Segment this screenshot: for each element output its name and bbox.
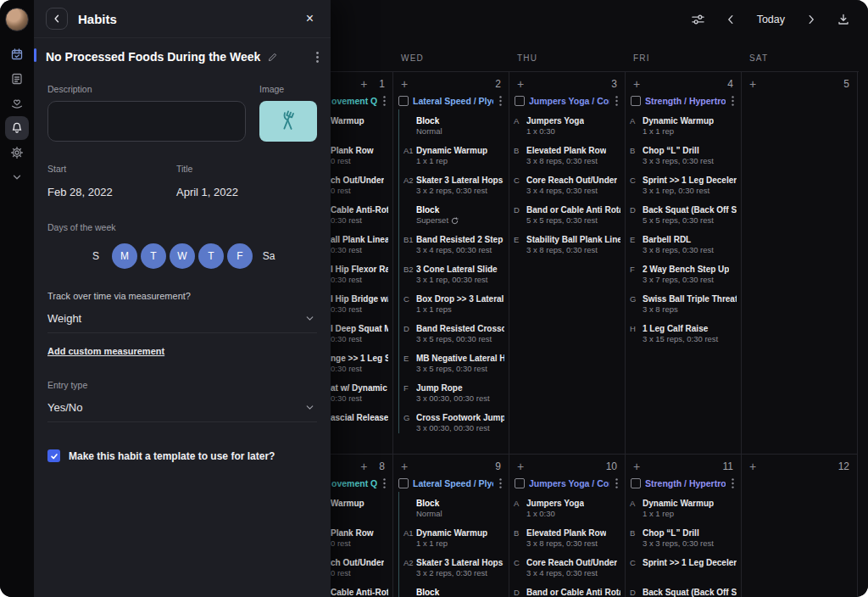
workout-entry[interactable]: A2Skater 3 Lateral Hops >> ...3 x 2 reps… [403, 175, 504, 196]
workout-title[interactable]: Jumpers Yoga / Core [529, 96, 609, 106]
workout-entry[interactable]: ADynamic Warmup1 x 1 rep [630, 115, 737, 137]
calendar-icon[interactable] [5, 42, 29, 66]
day-pill-t[interactable]: T [198, 243, 224, 269]
heart-hands-icon[interactable] [5, 92, 29, 115]
kebab-icon[interactable] [381, 478, 387, 488]
workout-entry[interactable]: l Hip Bridge w/ ...0:30 rest [331, 293, 388, 315]
workout-checkbox[interactable] [631, 96, 641, 106]
edit-pencil-icon[interactable] [267, 52, 278, 63]
workout-checkbox[interactable] [515, 96, 525, 106]
kebab-icon[interactable] [614, 478, 620, 488]
workout-entry[interactable]: CBox Drop >> 3 Lateral H...1 x 1 reps [403, 293, 504, 315]
workout-entry[interactable]: F2 Way Bench Step Up3 x 7 reps, 0:30 res… [630, 264, 737, 285]
workout-title[interactable]: Lateral Speed / Plyo [413, 478, 493, 488]
workout-entry[interactable]: l Hip Flexor Rais...0:30 rest [331, 264, 388, 285]
calendar-cell[interactable]: +2Lateral Speed / PlyoBlockNormalA1Dynam… [393, 72, 509, 455]
workout-entry[interactable]: CCore Reach Out/Under3 x 4 reps, 0:30 re… [514, 175, 620, 196]
workout-entry[interactable]: Warmup [331, 115, 388, 137]
calendar-cell[interactable]: +4Strength / Hypertro...ADynamic Warmup1… [626, 72, 742, 455]
workout-entry[interactable]: l Deep Squat Mo...0:30 rest [331, 323, 388, 344]
workout-entry[interactable]: DBand or Cable Anti Rotati... [514, 587, 620, 597]
habit-image[interactable] [259, 101, 317, 142]
workout-entry[interactable]: DBand Resisted Crossover...3 x 5 reps, 0… [403, 323, 504, 344]
calendar-cell[interactable]: +9Lateral Speed / PlyoBlockNormalA1Dynam… [393, 455, 509, 597]
workout-card[interactable]: ovement Q...WarmupPlank Row0 restch Out/… [331, 475, 388, 597]
workout-title[interactable]: Jumpers Yoga / Core [529, 478, 609, 488]
calendar-cell[interactable]: +3Jumpers Yoga / CoreAJumpers Yoga1 x 0:… [509, 72, 626, 455]
add-workout-icon[interactable]: + [633, 78, 640, 90]
back-button[interactable] [46, 8, 68, 30]
workout-checkbox[interactable] [631, 478, 641, 488]
workout-entry[interactable]: GCross Footwork Jump Rope3 x 00:30, 00:3… [403, 412, 504, 433]
workout-entry[interactable]: CSprint >> 1 Leg Decelerations [630, 557, 737, 578]
workout-checkbox[interactable] [398, 96, 409, 106]
close-icon[interactable]: × [301, 11, 319, 26]
workout-title[interactable]: ovement Q... [331, 478, 377, 488]
add-workout-icon[interactable]: + [749, 460, 756, 472]
workout-entry[interactable]: B23 Cone Lateral Slide3 x 1 rep, 00:30 r… [403, 264, 504, 285]
workout-entry[interactable]: Plank Row0 rest [331, 145, 388, 166]
template-checkbox-row[interactable]: Make this habit a template to use for la… [47, 449, 317, 462]
day-pill-f[interactable]: F [227, 243, 253, 269]
day-pill-sa[interactable]: Sa [256, 243, 281, 269]
workout-entry[interactable]: A2Skater 3 Lateral Hops >> ...3 x 2 reps… [403, 557, 504, 578]
block-header[interactable]: BlockSuperset [403, 204, 504, 226]
add-workout-icon[interactable]: + [517, 78, 524, 90]
workout-entry[interactable]: CCore Reach Out/Under3 x 4 reps, 0:30 re… [514, 557, 620, 578]
block-header[interactable]: BlockNormal [403, 498, 504, 519]
bell-icon[interactable] [5, 116, 29, 140]
block-header[interactable]: BlockSuperset [403, 587, 504, 597]
habit-kebab-icon[interactable] [316, 52, 319, 63]
workout-card[interactable]: Strength / Hypertro...ADynamic Warmup1 x… [630, 475, 737, 597]
kebab-icon[interactable] [498, 478, 504, 488]
workout-title[interactable]: ovement Q... [331, 96, 377, 106]
workout-entry[interactable]: BChop “L” Drill3 x 3 reps, 0:30 rest [630, 527, 737, 549]
end-date-value[interactable]: April 1, 2022 [176, 186, 305, 198]
kebab-icon[interactable] [498, 96, 504, 106]
add-workout-icon[interactable]: + [401, 460, 408, 472]
day-pill-m[interactable]: M [112, 243, 137, 269]
workout-entry[interactable]: ch Out/Under0 rest [331, 175, 388, 196]
workout-entry[interactable]: FJump Rope3 x 00:30, 00:30 rest [403, 382, 504, 404]
workout-entry[interactable]: BElevated Plank Row3 x 8 reps, 0:30 rest [514, 145, 620, 166]
measurement-select[interactable]: Weight [47, 301, 317, 333]
workout-card[interactable]: Lateral Speed / PlyoBlockNormalA1Dynamic… [398, 92, 504, 433]
add-custom-measurement-link[interactable]: Add custom measurement [47, 346, 164, 356]
calendar-cell[interactable]: +10Jumpers Yoga / CoreAJumpers Yoga1 x 0… [509, 455, 626, 597]
workout-entry[interactable]: all Plank Linear ...0:30 rest [331, 234, 388, 255]
workout-entry[interactable]: ADynamic Warmup1 x 1 rep [630, 498, 737, 519]
day-pill-w[interactable]: W [170, 243, 195, 269]
add-workout-icon[interactable]: + [633, 460, 640, 472]
add-workout-icon[interactable]: + [401, 78, 408, 90]
workout-entry[interactable]: DBack Squat (Back Off Set)5 x 5 reps, 0:… [630, 204, 737, 226]
workout-entry[interactable]: Cable Anti-Rotati...0:30 rest [331, 204, 388, 226]
workout-checkbox[interactable] [398, 478, 409, 488]
workout-entry[interactable]: EStability Ball Plank Linear ...3 x 8 re… [514, 234, 620, 255]
chevron-down-icon[interactable] [5, 165, 29, 189]
gear-icon[interactable] [5, 141, 29, 165]
workout-entry[interactable]: A1Dynamic Warmup1 x 1 rep [403, 527, 504, 549]
workout-entry[interactable]: Cable Anti-Rotati...0:30 rest [331, 587, 388, 597]
day-pill-t[interactable]: T [141, 243, 166, 269]
workout-entry[interactable]: BChop “L” Drill3 x 3 reps, 0:30 rest [630, 145, 737, 166]
workout-entry[interactable]: B1Band Resisted 2 Step Late...3 x 4 reps… [403, 234, 504, 255]
workout-entry[interactable]: CSprint >> 1 Leg Decelerations3 x 1 rep,… [630, 175, 737, 196]
kebab-icon[interactable] [381, 96, 387, 106]
workout-title[interactable]: Strength / Hypertro... [645, 478, 726, 488]
workout-title[interactable]: Strength / Hypertro... [645, 96, 726, 106]
workout-entry[interactable]: nge >> 1 Leg St...0:30 rest [331, 353, 388, 374]
workout-entry[interactable]: GSwiss Ball Triple Threat3 x 8 reps [630, 293, 737, 315]
start-date-value[interactable]: Feb 28, 2022 [47, 186, 176, 198]
workout-entry[interactable]: BElevated Plank Row3 x 8 reps, 0:30 rest [514, 527, 620, 549]
kebab-icon[interactable] [730, 96, 736, 106]
workout-card[interactable]: Jumpers Yoga / CoreAJumpers Yoga1 x 0:30… [514, 92, 620, 255]
workout-entry[interactable]: H1 Leg Calf Raise3 x 15 reps, 0:30 rest [630, 323, 737, 344]
add-workout-icon[interactable]: + [749, 78, 756, 90]
calendar-cell[interactable]: +5 [742, 72, 858, 455]
entry-type-select[interactable]: Yes/No [47, 390, 317, 422]
workout-entry[interactable]: A1Dynamic Warmup1 x 1 rep [403, 145, 504, 166]
add-workout-icon[interactable]: + [360, 460, 367, 472]
add-workout-icon[interactable]: + [360, 78, 367, 90]
kebab-icon[interactable] [730, 478, 736, 488]
workout-card[interactable]: ovement Q...WarmupPlank Row0 restch Out/… [331, 92, 388, 433]
